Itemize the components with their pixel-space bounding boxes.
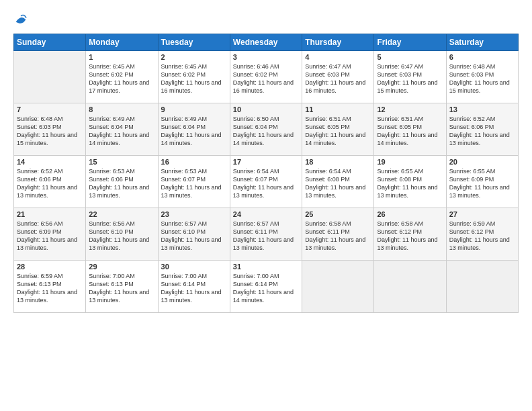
- cell-info: Sunrise: 6:47 AM Sunset: 6:03 PM Dayligh…: [305, 62, 371, 95]
- calendar-cell: 22Sunrise: 6:56 AM Sunset: 6:10 PM Dayli…: [86, 208, 158, 261]
- calendar-cell: 2Sunrise: 6:45 AM Sunset: 6:02 PM Daylig…: [158, 51, 230, 103]
- calendar-cell: 24Sunrise: 6:57 AM Sunset: 6:11 PM Dayli…: [230, 208, 302, 261]
- calendar-cell: [302, 261, 374, 313]
- calendar-cell: 8Sunrise: 6:49 AM Sunset: 6:04 PM Daylig…: [86, 103, 158, 156]
- cell-info: Sunrise: 6:53 AM Sunset: 6:07 PM Dayligh…: [161, 167, 227, 200]
- cell-info: Sunrise: 6:52 AM Sunset: 6:06 PM Dayligh…: [17, 167, 83, 200]
- cell-info: Sunrise: 6:46 AM Sunset: 6:02 PM Dayligh…: [233, 62, 299, 95]
- cell-info: Sunrise: 6:51 AM Sunset: 6:05 PM Dayligh…: [377, 115, 443, 148]
- calendar-table: SundayMondayTuesdayWednesdayThursdayFrid…: [13, 34, 519, 313]
- cell-info: Sunrise: 6:59 AM Sunset: 6:13 PM Dayligh…: [17, 272, 83, 305]
- calendar-week-row: 7Sunrise: 6:48 AM Sunset: 6:03 PM Daylig…: [14, 103, 519, 156]
- day-number: 12: [377, 105, 443, 113]
- day-number: 9: [161, 105, 227, 113]
- day-number: 27: [449, 210, 515, 218]
- calendar-cell: 9Sunrise: 6:49 AM Sunset: 6:04 PM Daylig…: [158, 103, 230, 156]
- day-number: 3: [233, 53, 299, 61]
- logo: [13, 12, 31, 27]
- cell-info: Sunrise: 6:45 AM Sunset: 6:02 PM Dayligh…: [89, 62, 154, 95]
- cell-info: Sunrise: 6:59 AM Sunset: 6:12 PM Dayligh…: [449, 220, 515, 253]
- day-number: 19: [377, 158, 443, 166]
- calendar-cell: 1Sunrise: 6:45 AM Sunset: 6:02 PM Daylig…: [86, 51, 158, 103]
- calendar-cell: 14Sunrise: 6:52 AM Sunset: 6:06 PM Dayli…: [14, 156, 86, 208]
- calendar-cell: 17Sunrise: 6:54 AM Sunset: 6:07 PM Dayli…: [230, 156, 302, 208]
- cell-info: Sunrise: 6:56 AM Sunset: 6:09 PM Dayligh…: [17, 220, 83, 253]
- calendar-cell: 21Sunrise: 6:56 AM Sunset: 6:09 PM Dayli…: [14, 208, 86, 261]
- cell-info: Sunrise: 7:00 AM Sunset: 6:14 PM Dayligh…: [161, 272, 227, 305]
- calendar-cell: 5Sunrise: 6:47 AM Sunset: 6:03 PM Daylig…: [374, 51, 446, 103]
- calendar-cell: 12Sunrise: 6:51 AM Sunset: 6:05 PM Dayli…: [374, 103, 446, 156]
- day-number: 28: [17, 263, 83, 271]
- calendar-cell: 3Sunrise: 6:46 AM Sunset: 6:02 PM Daylig…: [230, 51, 302, 103]
- calendar-cell: 18Sunrise: 6:54 AM Sunset: 6:08 PM Dayli…: [302, 156, 374, 208]
- cell-info: Sunrise: 6:45 AM Sunset: 6:02 PM Dayligh…: [161, 62, 227, 95]
- calendar-week-row: 1Sunrise: 6:45 AM Sunset: 6:02 PM Daylig…: [14, 51, 519, 103]
- calendar-cell: 16Sunrise: 6:53 AM Sunset: 6:07 PM Dayli…: [158, 156, 230, 208]
- cell-info: Sunrise: 6:57 AM Sunset: 6:10 PM Dayligh…: [161, 220, 227, 253]
- day-number: 15: [89, 158, 154, 166]
- day-number: 11: [305, 105, 371, 113]
- weekday-header: Monday: [86, 34, 158, 51]
- calendar-cell: [374, 261, 446, 313]
- calendar-cell: 11Sunrise: 6:51 AM Sunset: 6:05 PM Dayli…: [302, 103, 374, 156]
- calendar-cell: 7Sunrise: 6:48 AM Sunset: 6:03 PM Daylig…: [14, 103, 86, 156]
- weekday-header: Saturday: [446, 34, 518, 51]
- calendar-cell: 26Sunrise: 6:58 AM Sunset: 6:12 PM Dayli…: [374, 208, 446, 261]
- calendar-cell: 6Sunrise: 6:48 AM Sunset: 6:03 PM Daylig…: [446, 51, 518, 103]
- day-number: 13: [449, 105, 515, 113]
- day-number: 22: [89, 210, 154, 218]
- cell-info: Sunrise: 6:47 AM Sunset: 6:03 PM Dayligh…: [377, 62, 443, 95]
- calendar-cell: [14, 51, 86, 103]
- cell-info: Sunrise: 6:55 AM Sunset: 6:09 PM Dayligh…: [449, 167, 515, 200]
- day-number: 7: [17, 105, 83, 113]
- calendar-cell: 27Sunrise: 6:59 AM Sunset: 6:12 PM Dayli…: [446, 208, 518, 261]
- calendar-cell: 20Sunrise: 6:55 AM Sunset: 6:09 PM Dayli…: [446, 156, 518, 208]
- cell-info: Sunrise: 6:48 AM Sunset: 6:03 PM Dayligh…: [449, 62, 515, 95]
- cell-info: Sunrise: 6:49 AM Sunset: 6:04 PM Dayligh…: [89, 115, 154, 148]
- cell-info: Sunrise: 6:48 AM Sunset: 6:03 PM Dayligh…: [17, 115, 83, 148]
- page: SundayMondayTuesdayWednesdayThursdayFrid…: [0, 0, 532, 411]
- day-number: 31: [233, 263, 299, 271]
- day-number: 26: [377, 210, 443, 218]
- calendar-cell: 30Sunrise: 7:00 AM Sunset: 6:14 PM Dayli…: [158, 261, 230, 313]
- cell-info: Sunrise: 6:53 AM Sunset: 6:06 PM Dayligh…: [89, 167, 154, 200]
- calendar-week-row: 14Sunrise: 6:52 AM Sunset: 6:06 PM Dayli…: [14, 156, 519, 208]
- cell-info: Sunrise: 6:55 AM Sunset: 6:08 PM Dayligh…: [377, 167, 443, 200]
- calendar-cell: 25Sunrise: 6:58 AM Sunset: 6:11 PM Dayli…: [302, 208, 374, 261]
- calendar-cell: 10Sunrise: 6:50 AM Sunset: 6:04 PM Dayli…: [230, 103, 302, 156]
- day-number: 25: [305, 210, 371, 218]
- cell-info: Sunrise: 6:58 AM Sunset: 6:12 PM Dayligh…: [377, 220, 443, 253]
- cell-info: Sunrise: 6:50 AM Sunset: 6:04 PM Dayligh…: [233, 115, 299, 148]
- day-number: 17: [233, 158, 299, 166]
- weekday-header: Sunday: [14, 34, 86, 51]
- cell-info: Sunrise: 6:54 AM Sunset: 6:08 PM Dayligh…: [305, 167, 371, 200]
- calendar-cell: 4Sunrise: 6:47 AM Sunset: 6:03 PM Daylig…: [302, 51, 374, 103]
- cell-info: Sunrise: 6:54 AM Sunset: 6:07 PM Dayligh…: [233, 167, 299, 200]
- calendar-cell: 19Sunrise: 6:55 AM Sunset: 6:08 PM Dayli…: [374, 156, 446, 208]
- weekday-header: Thursday: [302, 34, 374, 51]
- day-number: 30: [161, 263, 227, 271]
- day-number: 14: [17, 158, 83, 166]
- cell-info: Sunrise: 7:00 AM Sunset: 6:14 PM Dayligh…: [233, 272, 299, 305]
- day-number: 21: [17, 210, 83, 218]
- calendar-cell: [446, 261, 518, 313]
- day-number: 1: [89, 53, 154, 61]
- day-number: 4: [305, 53, 371, 61]
- day-number: 29: [89, 263, 154, 271]
- day-number: 18: [305, 158, 371, 166]
- day-number: 24: [233, 210, 299, 218]
- day-number: 5: [377, 53, 443, 61]
- calendar-cell: 13Sunrise: 6:52 AM Sunset: 6:06 PM Dayli…: [446, 103, 518, 156]
- day-number: 6: [449, 53, 515, 61]
- calendar-week-row: 28Sunrise: 6:59 AM Sunset: 6:13 PM Dayli…: [14, 261, 519, 313]
- logo-icon: [13, 12, 28, 27]
- cell-info: Sunrise: 6:57 AM Sunset: 6:11 PM Dayligh…: [233, 220, 299, 253]
- calendar-cell: 23Sunrise: 6:57 AM Sunset: 6:10 PM Dayli…: [158, 208, 230, 261]
- weekday-header: Wednesday: [230, 34, 302, 51]
- day-number: 8: [89, 105, 154, 113]
- day-number: 2: [161, 53, 227, 61]
- weekday-header: Friday: [374, 34, 446, 51]
- day-number: 16: [161, 158, 227, 166]
- day-number: 10: [233, 105, 299, 113]
- weekday-header: Tuesday: [158, 34, 230, 51]
